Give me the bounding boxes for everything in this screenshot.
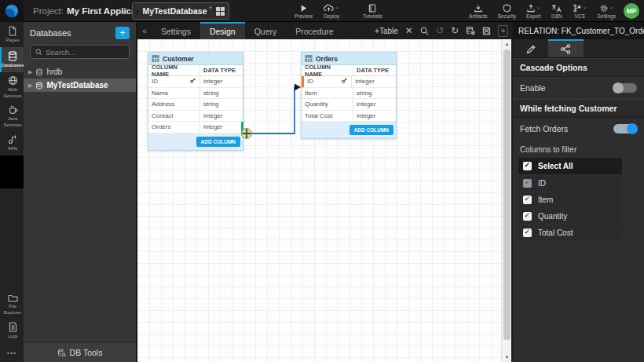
relation-panel-tabs bbox=[513, 39, 644, 58]
tab-query[interactable]: Query bbox=[245, 22, 287, 39]
play-icon bbox=[299, 4, 308, 13]
unsaved-marker: * bbox=[209, 5, 212, 13]
project-label: Project: bbox=[33, 6, 64, 16]
app-logo-button[interactable] bbox=[0, 0, 24, 22]
add-table-button[interactable]: +Table bbox=[375, 27, 398, 35]
table-row[interactable]: Total Cost integer bbox=[302, 111, 396, 122]
zoom-search-icon[interactable] bbox=[420, 27, 429, 35]
deploy-button[interactable]: ⌄ Deploy bbox=[324, 0, 339, 22]
export-button[interactable]: ⌄ Export bbox=[526, 0, 541, 22]
enable-toggle[interactable] bbox=[613, 83, 637, 93]
tab-relation-settings[interactable] bbox=[548, 39, 584, 57]
table-row[interactable]: Item string bbox=[302, 88, 396, 100]
folder-icon bbox=[8, 294, 18, 302]
database-tab[interactable]: MyTestDatabase * bbox=[132, 2, 229, 20]
tab-edit-relation[interactable] bbox=[513, 39, 548, 57]
tab-settings[interactable]: Settings bbox=[152, 22, 200, 39]
checkbox-row-id[interactable]: ID bbox=[518, 176, 622, 191]
scroll-down-icon[interactable]: ▼ bbox=[502, 353, 511, 362]
table-row-relation-source[interactable]: Orders integer bbox=[148, 122, 243, 133]
tree-caret-icon[interactable]: ▶ bbox=[28, 82, 32, 89]
caret-down-icon: ⌄ bbox=[609, 4, 614, 10]
checkbox-checked-icon[interactable] bbox=[523, 162, 532, 170]
breadcrumb-chevron-icon: › bbox=[122, 0, 125, 22]
relation-panel-title: RELATION: FK_Customer_TO_Orders_O... bbox=[513, 22, 644, 39]
checkbox-checked-icon[interactable] bbox=[523, 212, 532, 221]
tree-item-hrdb[interactable]: ▶ hrdb bbox=[24, 65, 136, 79]
design-toolbar: « Settings Design Query Procedure +Table… bbox=[137, 22, 511, 39]
sidebar-more-button[interactable]: ••• bbox=[0, 343, 24, 362]
primary-key-icon bbox=[189, 77, 196, 86]
scrollbar-thumb[interactable] bbox=[503, 49, 510, 340]
sidebar-item-apis[interactable]: APIs bbox=[0, 130, 24, 155]
table-row[interactable]: Quantity integer bbox=[302, 99, 396, 111]
tab-design[interactable]: Design bbox=[200, 22, 245, 39]
settings-button[interactable]: ⌄ Settings bbox=[598, 0, 617, 22]
undo-icon[interactable]: ↺ bbox=[436, 26, 444, 35]
fetch-orders-toggle[interactable] bbox=[613, 124, 637, 133]
save-icon[interactable] bbox=[482, 27, 491, 35]
add-database-button[interactable]: + bbox=[115, 27, 130, 39]
table-orders[interactable]: Orders COLUMN NAME DATA TYPE ID integer … bbox=[301, 52, 397, 139]
column-name-header: COLUMN NAME bbox=[148, 65, 200, 75]
table-customer[interactable]: Customer COLUMN NAME DATA TYPE ID intege… bbox=[148, 52, 243, 151]
tab-procedure[interactable]: Procedure bbox=[286, 22, 342, 39]
db-sync-icon[interactable] bbox=[466, 26, 475, 35]
redo-icon[interactable]: ↻ bbox=[451, 26, 459, 35]
checkbox-row-select-all[interactable]: Select All bbox=[518, 158, 622, 174]
table-row-relation-target[interactable]: ID integer bbox=[302, 76, 396, 88]
vcs-button[interactable]: ⌄ VCS bbox=[573, 0, 587, 22]
database-search[interactable] bbox=[30, 45, 130, 59]
checkbox-checked-icon[interactable] bbox=[523, 229, 532, 237]
i18n-button[interactable]: I18N bbox=[551, 0, 562, 22]
tree-caret-icon[interactable]: ▶ bbox=[28, 69, 32, 75]
schema-design-canvas[interactable]: Customer COLUMN NAME DATA TYPE ID intege… bbox=[137, 39, 511, 362]
sidebar-item-databases[interactable]: Databases bbox=[0, 47, 24, 72]
tutorials-button[interactable]: Tutorials bbox=[363, 0, 382, 22]
close-icon[interactable]: ✕ bbox=[405, 26, 413, 35]
sidebar-item-web-services[interactable]: Web Services bbox=[0, 72, 24, 101]
expand-panel-icon[interactable]: » bbox=[498, 25, 508, 37]
relation-source-highlight bbox=[241, 122, 243, 133]
preview-button[interactable]: Preview bbox=[295, 0, 313, 22]
wavemaker-logo-icon bbox=[5, 5, 18, 17]
table-column-headers: COLUMN NAME DATA TYPE bbox=[302, 65, 396, 76]
table-row[interactable]: Address string bbox=[148, 99, 243, 111]
db-tools-button[interactable]: DB Tools bbox=[24, 342, 136, 362]
checkbox-checked-icon[interactable] bbox=[523, 196, 532, 204]
sidebar-item-file-explorer[interactable]: File Explorer bbox=[0, 291, 24, 318]
table-row[interactable]: Contact integer bbox=[148, 111, 243, 122]
add-column-button[interactable]: ADD COLUMN bbox=[349, 125, 393, 135]
globe-icon bbox=[8, 75, 18, 86]
canvas-vertical-scrollbar[interactable]: ▲ ▼ bbox=[501, 39, 511, 362]
tree-item-mytestdatabase[interactable]: ▶ MyTestDatabase bbox=[24, 79, 136, 92]
table-row[interactable]: Name string bbox=[148, 88, 243, 100]
checkbox-disabled-icon bbox=[523, 179, 532, 188]
log-file-icon bbox=[9, 322, 17, 332]
sidebar-item-logs[interactable]: Logs bbox=[0, 318, 24, 343]
upload-tray-icon bbox=[526, 4, 536, 13]
sidebar-item-java-services[interactable]: Java Services bbox=[0, 101, 24, 130]
tab-switcher-icon[interactable] bbox=[216, 7, 225, 16]
tree-item-label: MyTestDatabase bbox=[46, 81, 108, 90]
sidebar-item-pages[interactable]: Pages bbox=[0, 22, 24, 47]
add-column-button[interactable]: ADD COLUMN bbox=[196, 137, 240, 147]
user-avatar[interactable]: MP bbox=[624, 3, 639, 19]
checkbox-row-item[interactable]: Item bbox=[518, 192, 622, 207]
table-row[interactable]: ID integer bbox=[148, 76, 243, 88]
database-icon bbox=[35, 82, 43, 90]
checkbox-row-total-cost[interactable]: Total Cost bbox=[518, 225, 622, 240]
databases-panel-title: Databases bbox=[30, 28, 71, 38]
search-input[interactable] bbox=[46, 48, 124, 57]
collapse-panel-icon[interactable]: « bbox=[137, 22, 152, 39]
relation-share-icon bbox=[561, 44, 571, 54]
api-connector-icon bbox=[8, 134, 17, 144]
artifacts-button[interactable]: Artifacts bbox=[469, 0, 487, 22]
gear-icon bbox=[599, 4, 609, 13]
security-button[interactable]: Security bbox=[498, 0, 516, 22]
database-tab-label: MyTestDatabase bbox=[142, 6, 207, 16]
search-icon bbox=[35, 49, 42, 56]
top-bar: Project: My First Application › MyTestDa… bbox=[0, 0, 644, 22]
checkbox-row-quantity[interactable]: Quantity bbox=[518, 209, 622, 224]
scroll-up-icon[interactable]: ▲ bbox=[502, 39, 511, 49]
